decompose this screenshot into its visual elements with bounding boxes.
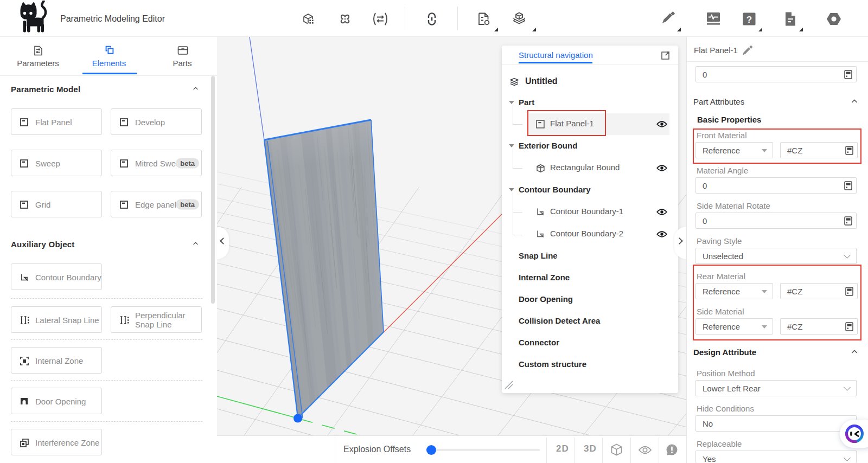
svg-text:?: ? — [746, 15, 752, 25]
